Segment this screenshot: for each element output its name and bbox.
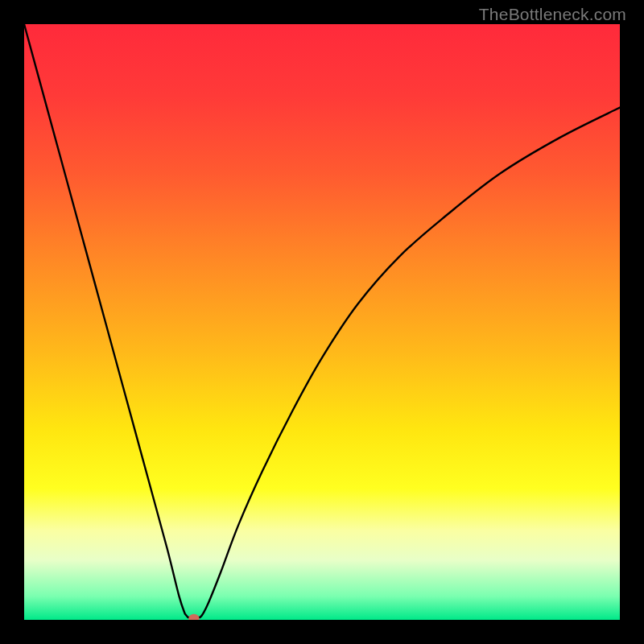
bottleneck-curve [24, 24, 620, 617]
minimum-marker [188, 614, 199, 620]
curve-layer [24, 24, 620, 620]
plot-area [24, 24, 620, 620]
watermark-text: TheBottleneck.com [479, 5, 626, 24]
chart-frame: TheBottleneck.com [0, 0, 644, 644]
